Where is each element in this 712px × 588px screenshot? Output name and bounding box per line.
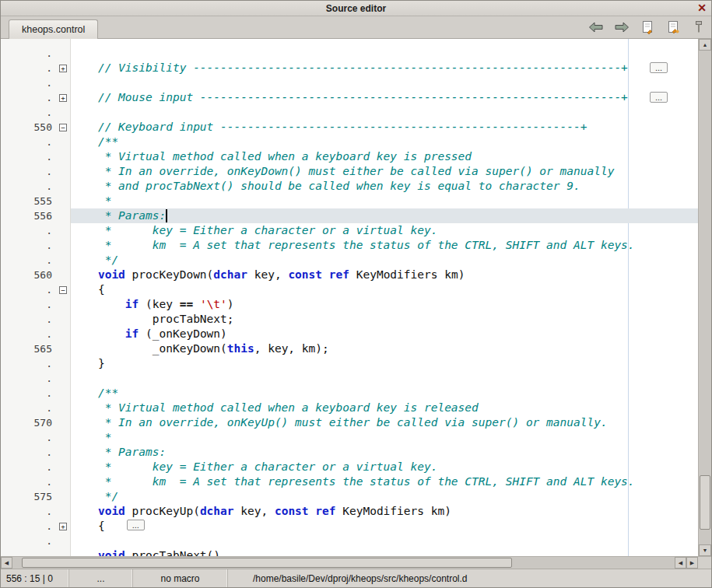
folded-code-ellipsis[interactable]: ... (127, 520, 145, 530)
line-number: . (1, 548, 55, 556)
fold-column (55, 164, 71, 179)
scroll-right-icon[interactable]: ▶ (686, 557, 698, 569)
line-number: 555 (1, 194, 55, 208)
code-line[interactable]: . * Virtual method called when a keyboar… (1, 149, 698, 164)
code-line[interactable]: . * km = A set that represents the statu… (1, 238, 698, 253)
code-line[interactable]: . if (key == '\t') (1, 297, 698, 312)
code-line[interactable]: . * In an override, onKeyDown() must eit… (1, 164, 698, 179)
code-line[interactable]: . * and procTabNext() should be called w… (1, 179, 698, 194)
tab-label: kheops.control (22, 24, 85, 35)
fold-column (55, 474, 71, 489)
code-line[interactable]: . * km = A set that represents the statu… (1, 474, 698, 489)
code-line[interactable]: . * key = Either a character or a virtua… (1, 460, 698, 474)
code-line[interactable]: 555 * (1, 194, 698, 208)
fold-column: − (55, 282, 71, 297)
pin-button[interactable] (689, 19, 708, 36)
code-line[interactable]: . (1, 46, 698, 61)
fold-expand-icon[interactable]: + (59, 65, 67, 72)
code-text (71, 75, 698, 90)
line-number: . (1, 386, 55, 401)
back-button[interactable] (587, 19, 605, 36)
line-number: . (1, 327, 55, 341)
code-line[interactable]: . (1, 371, 698, 386)
close-icon[interactable]: ✕ (697, 2, 707, 15)
line-number: . (1, 164, 55, 179)
code-text: if (_onKeyDown) (71, 327, 698, 341)
code-text: */ (71, 253, 698, 268)
save-as-button[interactable] (664, 19, 682, 36)
code-text: * Virtual method called when a keyboard … (71, 401, 698, 415)
code-text: * In an override, onKeyDown() must eithe… (71, 164, 698, 179)
fold-column (55, 415, 71, 430)
fold-column (55, 105, 71, 120)
code-line[interactable]: .+ // Visibility -----------------------… (1, 61, 698, 75)
code-line[interactable]: . void procKeyUp(dchar key, const ref Ke… (1, 504, 698, 519)
fold-expand-icon[interactable]: + (59, 94, 67, 102)
save-file-as-icon (666, 20, 680, 34)
horizontal-scroll-track[interactable] (12, 557, 675, 569)
code-line[interactable]: . /** (1, 386, 698, 401)
folded-code-ellipsis[interactable]: ... (650, 92, 668, 103)
line-number: . (1, 75, 55, 90)
code-line[interactable]: . procTabNext; (1, 312, 698, 327)
code-line[interactable]: 550− // Keyboard input -----------------… (1, 120, 698, 135)
code-line[interactable]: . } (1, 356, 698, 371)
code-line[interactable]: . /** (1, 135, 698, 149)
code-text: } (71, 356, 698, 371)
code-line[interactable]: . * Virtual method called when a keyboar… (1, 401, 698, 415)
line-number: . (1, 61, 55, 75)
code-line[interactable]: 560 void procKeyDown(dchar key, const re… (1, 268, 698, 282)
vertical-scrollbar[interactable]: ▲ ▼ (698, 39, 711, 556)
code-line[interactable]: . (1, 75, 698, 90)
fold-column (55, 194, 71, 208)
forward-button[interactable] (612, 19, 631, 36)
code-text: * (71, 194, 698, 208)
code-line[interactable]: .+ // Mouse input ----------------------… (1, 90, 698, 105)
code-line[interactable]: . * (1, 430, 698, 445)
fold-column (55, 238, 71, 253)
fold-collapse-icon[interactable]: − (59, 286, 67, 294)
title-bar[interactable]: Source editor ✕ (1, 1, 711, 16)
save-button[interactable] (638, 19, 657, 36)
fold-expand-icon[interactable]: + (59, 523, 67, 530)
tab-kheops-control[interactable]: kheops.control (9, 19, 98, 39)
line-number: . (1, 445, 55, 460)
code-line[interactable]: . (1, 105, 698, 120)
code-line[interactable]: . if (_onKeyDown) (1, 327, 698, 341)
code-line[interactable]: .+ {... (1, 519, 698, 534)
line-number: 565 (1, 341, 55, 356)
fold-collapse-icon[interactable]: − (59, 124, 67, 131)
line-number: . (1, 90, 55, 105)
code-area[interactable]: ..+ // Visibility ----------------------… (1, 39, 698, 556)
horizontal-scrollbar[interactable]: ◀ ◀ ▶ (1, 556, 711, 569)
code-line[interactable]: 575 */ (1, 489, 698, 504)
scroll-down-icon[interactable]: ▼ (699, 544, 711, 556)
code-line[interactable]: . */ (1, 253, 698, 268)
code-line[interactable]: 556 * Params: (1, 208, 698, 223)
code-line[interactable]: . void procTabNext() (1, 548, 698, 556)
code-text: { (71, 282, 698, 297)
line-number: . (1, 105, 55, 120)
line-number: . (1, 312, 55, 327)
code-line[interactable]: . * Params: (1, 445, 698, 460)
scroll-up-icon[interactable]: ▲ (699, 39, 711, 51)
scroll-left-icon[interactable]: ◀ (1, 557, 12, 569)
code-line[interactable]: 570 * In an override, onKeyUp() must eit… (1, 415, 698, 430)
code-text: {... (71, 519, 698, 534)
fold-column (55, 208, 71, 223)
code-text (71, 105, 698, 120)
vertical-scroll-track[interactable] (699, 51, 711, 544)
code-line[interactable]: . * key = Either a character or a virtua… (1, 223, 698, 238)
code-line[interactable]: .− { (1, 282, 698, 297)
vertical-scroll-thumb[interactable] (700, 475, 710, 530)
code-line[interactable]: . (1, 534, 698, 548)
line-number: . (1, 401, 55, 415)
folded-code-ellipsis[interactable]: ... (650, 62, 668, 73)
code-line[interactable]: 565 _onKeyDown(this, key, km); (1, 341, 698, 356)
scroll-left-end-icon[interactable]: ◀ (675, 557, 686, 569)
fold-column (55, 445, 71, 460)
horizontal-scroll-thumb[interactable] (22, 558, 512, 568)
line-number: 575 (1, 489, 55, 504)
fold-column (55, 179, 71, 194)
code-text: /** (71, 386, 698, 401)
